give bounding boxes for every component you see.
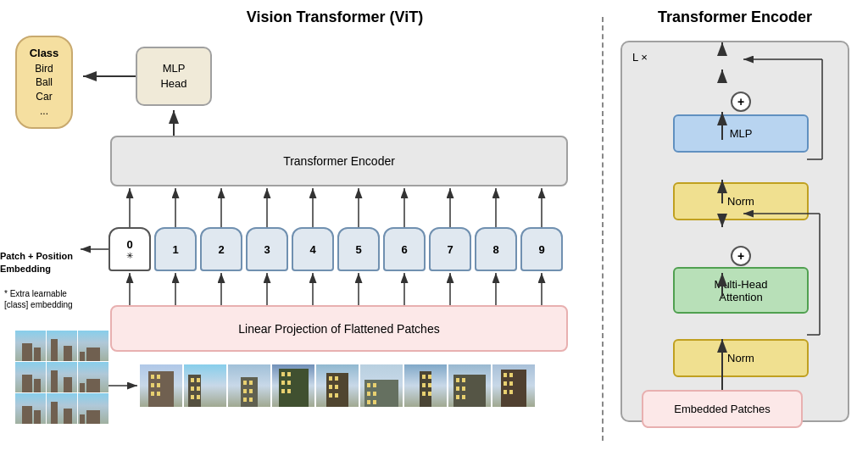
token-6: 6: [383, 227, 426, 271]
transformer-encoder-label: Transformer Encoder: [283, 154, 395, 168]
class-item-ball: Ball: [36, 75, 53, 90]
right-title: Transformer Encoder: [612, 8, 858, 26]
patch-s-4: [15, 362, 46, 392]
linear-proj-box: Linear Projection of Flattened Patches: [110, 305, 568, 352]
plus-1-label: +: [737, 95, 744, 108]
patch-s-6: [78, 362, 108, 392]
token-5: 5: [337, 227, 380, 271]
patch-s-9: [78, 393, 108, 424]
star-note: * Extra learnable[class] embedding: [4, 288, 106, 310]
plus-2-label: +: [737, 249, 744, 263]
class-item-bird: Bird: [35, 62, 53, 76]
patch-s-8: [47, 393, 77, 424]
plus-circle-2: +: [731, 246, 751, 266]
lx-label: L ×: [632, 51, 648, 64]
patch-row-large: [140, 364, 535, 407]
patch-l-9: [492, 364, 535, 407]
class-label: Class: [30, 46, 59, 61]
vit-title: Vision Transformer (ViT): [76, 8, 593, 26]
token-2: 2: [200, 227, 242, 271]
left-panel: Vision Transformer (ViT) Class Bird Ball…: [0, 0, 602, 456]
plus-circle-1: +: [731, 92, 751, 112]
encoder-outer-box: L × MLP Norm Multi-HeadAttention Norm + …: [620, 41, 849, 422]
transformer-encoder-box: Transformer Encoder: [110, 136, 568, 186]
patch-grid-small: [15, 331, 108, 424]
class-box: Class Bird Ball Car ...: [15, 36, 73, 129]
patch-l-4: [272, 364, 314, 407]
token-8: 8: [475, 227, 517, 271]
patch-l-7: [404, 364, 447, 407]
tokens-row: 0 ✳ 1 2 3 4 5 6 7 8 9: [108, 227, 563, 271]
token-7: 7: [429, 227, 471, 271]
embedded-patches-label: Embedded Patches: [674, 403, 770, 415]
patch-l-8: [448, 364, 491, 407]
class-item-dots: ...: [40, 104, 48, 119]
patch-s-1: [15, 331, 46, 361]
enc-mlp-label: MLP: [730, 127, 753, 140]
class-item-car: Car: [36, 90, 52, 104]
enc-attention-block: Multi-HeadAttention: [673, 267, 809, 314]
mlp-head-label: MLPHead: [160, 61, 186, 92]
patch-s-2: [47, 331, 77, 361]
enc-mlp-block: MLP: [673, 114, 809, 153]
token-0-star: ✳: [126, 251, 133, 260]
enc-norm2-block: Norm: [673, 339, 809, 377]
token-1: 1: [154, 227, 197, 271]
patch-s-7: [15, 393, 46, 424]
enc-norm1-block: Norm: [673, 182, 809, 220]
token-0-num: 0: [126, 238, 132, 251]
mlp-head-box: MLPHead: [136, 47, 212, 106]
enc-attention-label: Multi-HeadAttention: [715, 278, 768, 303]
token-9: 9: [520, 227, 563, 271]
patch-l-3: [228, 364, 270, 407]
patch-l-6: [360, 364, 403, 407]
patch-l-1: [140, 364, 182, 407]
embedded-patches-box: Embedded Patches: [642, 390, 803, 428]
linear-proj-label: Linear Projection of Flattened Patches: [238, 322, 439, 336]
patch-l-5: [316, 364, 359, 407]
enc-norm1-label: Norm: [727, 195, 754, 208]
patch-s-5: [47, 362, 77, 392]
token-3: 3: [246, 227, 288, 271]
patch-embed-label: Patch + PositionEmbedding: [0, 250, 102, 276]
patch-l-2: [184, 364, 226, 407]
right-panel: Transformer Encoder L × MLP Norm Multi-H…: [604, 0, 866, 456]
token-0: 0 ✳: [108, 227, 151, 271]
enc-norm2-label: Norm: [727, 352, 754, 364]
token-4: 4: [292, 227, 334, 271]
patch-s-3: [78, 331, 108, 361]
